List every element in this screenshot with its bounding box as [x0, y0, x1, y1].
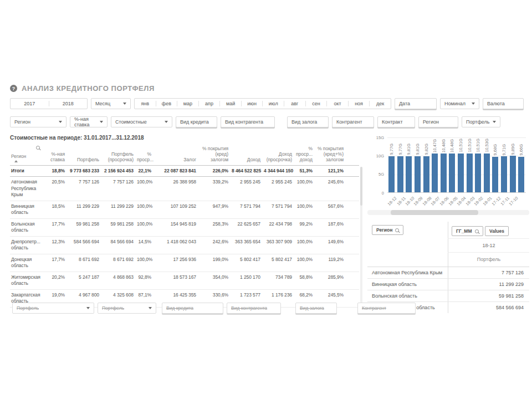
table-row[interactable]: Донецкая область 17,7% 8 671 692 8 671 6…	[10, 254, 359, 272]
pivot-row-dim-button[interactable]: Регион	[372, 225, 403, 235]
month-cell[interactable]: июн	[241, 101, 263, 106]
pivot-row[interactable]: Автономная Республика Крым 7 757 126	[367, 267, 529, 279]
region-cell[interactable]: Житомирская область	[10, 272, 43, 289]
bar-rect[interactable]	[467, 154, 473, 192]
bar[interactable]: 9,71G	[500, 137, 509, 192]
pivot-column-value[interactable]: 18-12	[448, 239, 529, 252]
column-header-overdue-pct[interactable]: % проср...	[136, 144, 154, 166]
bottom-filter[interactable]: Контрагент	[357, 303, 416, 314]
bar[interactable]: 10,51G	[474, 137, 483, 192]
pivot-row-region[interactable]: Винницкая область	[367, 282, 448, 287]
portfolio-dropdown[interactable]: Портфель	[462, 116, 500, 127]
month-cell[interactable]: июл	[262, 101, 284, 106]
table-row[interactable]: Днепропетр... область 12,3% 584 566 694 …	[10, 236, 359, 254]
year-cell[interactable]: 2018	[49, 101, 88, 106]
pivot-row[interactable]: Волынская область 59 981 258	[367, 290, 529, 302]
month-cell[interactable]: окт	[326, 101, 348, 106]
bar[interactable]: 10,47G	[431, 137, 439, 192]
bar-rect[interactable]	[492, 157, 498, 193]
column-header-coverage-pct[interactable]: % покрытия (кред) залогом	[198, 144, 231, 166]
month-cell[interactable]: дек	[369, 101, 391, 106]
month-cell[interactable]: фев	[156, 101, 177, 106]
table-row[interactable]: Волынская область 17,7% 59 981 258 59 98…	[10, 218, 359, 236]
cost-dropdown[interactable]: Стоимостные	[111, 116, 172, 127]
month-dropdown[interactable]: Месяц	[91, 98, 131, 109]
column-header-collateral[interactable]: Залог	[154, 144, 198, 166]
bar-rect[interactable]	[501, 156, 507, 192]
region-cell[interactable]: Волынская область	[10, 218, 43, 236]
collateral-type-filter[interactable]: Вид залога	[287, 116, 329, 127]
column-header-region[interactable]: Регион	[10, 144, 43, 166]
region-dropdown[interactable]: Регион	[10, 116, 66, 127]
region-filter[interactable]: Регион	[418, 116, 458, 127]
bottom-filter[interactable]: Вид кредита	[162, 303, 223, 314]
region-cell[interactable]: Винницкая область	[10, 201, 43, 218]
bar[interactable]: 10,53G	[483, 137, 492, 192]
bar[interactable]: 9,81G	[405, 137, 413, 192]
bar-rect[interactable]	[441, 154, 447, 192]
bar-rect[interactable]	[415, 156, 421, 192]
bar-rect[interactable]	[423, 156, 429, 193]
counterparty-filter[interactable]: Контрагент	[332, 116, 374, 127]
bar-rect[interactable]	[406, 156, 412, 192]
region-cell[interactable]: Донецкая область	[10, 254, 43, 272]
bar[interactable]: 9,81G	[413, 137, 422, 192]
month-cell[interactable]: мар	[177, 101, 198, 106]
month-cell[interactable]: апр	[198, 101, 220, 106]
bar[interactable]: 10,48G	[439, 137, 448, 192]
credit-type-filter[interactable]: Вид кредита	[176, 116, 217, 127]
month-cell[interactable]: янв	[135, 101, 156, 106]
bar[interactable]: 9,89G	[508, 137, 517, 192]
bar-rect[interactable]	[397, 156, 403, 192]
month-cell[interactable]: авг	[284, 101, 305, 106]
column-header-overdue-portfolio[interactable]: Портфель (просрочка)	[101, 144, 136, 166]
column-header-income[interactable]: Доход	[231, 144, 263, 166]
chart-horizontal-scrollbar[interactable]	[367, 210, 529, 215]
bottom-filter[interactable]: Портфель	[12, 303, 94, 314]
month-cell[interactable]: май	[219, 101, 241, 106]
bottom-filter[interactable]: Вид залога	[295, 303, 337, 314]
bar-rect[interactable]	[388, 156, 395, 192]
table-row[interactable]: Автономная Республика Крым 20,5% 7 757 1…	[10, 177, 359, 201]
region-cell[interactable]: Днепропетр... область	[10, 236, 43, 254]
column-header-overdue-income-pct[interactable]: % проср... доход	[294, 144, 315, 166]
pivot-col-dim-button[interactable]: ГГ_ММ	[452, 226, 483, 236]
bar-rect[interactable]	[475, 154, 481, 192]
bottom-filter[interactable]: Вид контрагента	[227, 303, 281, 314]
contract-filter[interactable]: Контракт	[377, 116, 415, 127]
bar-rect[interactable]	[518, 157, 524, 192]
table-row[interactable]: Житомирская область 20,2% 5 247 187 4 86…	[10, 272, 359, 289]
bar-rect[interactable]	[484, 154, 490, 192]
pivot-values-button[interactable]: Values	[485, 226, 509, 236]
pivot-row[interactable]: Винницкая область 11 299 229	[367, 279, 529, 290]
bar[interactable]: 9,68G	[491, 137, 500, 192]
column-header-coverage-plus-pct[interactable]: % покрытия (кред+%) залогом	[315, 144, 346, 166]
month-cell[interactable]: сен	[305, 101, 327, 106]
month-cell[interactable]: ноя	[348, 101, 370, 106]
pivot-row-region[interactable]: Автономная Республика Крым	[367, 270, 448, 275]
year-cell[interactable]: 2017	[11, 101, 49, 106]
bar[interactable]: 10,51G	[465, 137, 474, 192]
bar[interactable]: 9,77G	[396, 137, 405, 192]
date-filter-input[interactable]: Дата	[395, 98, 437, 109]
search-icon[interactable]	[36, 146, 40, 150]
rate-dropdown[interactable]: %-ная ставка	[70, 116, 108, 127]
scrollbar-thumb[interactable]	[391, 210, 478, 215]
scrollbar-thumb[interactable]	[360, 167, 362, 206]
pivot-row-region[interactable]: Волынская область	[367, 293, 448, 299]
bar-rect[interactable]	[449, 154, 455, 192]
bar-rect[interactable]	[510, 156, 516, 192]
column-header-portfolio[interactable]: Портфель	[67, 144, 101, 166]
bar[interactable]: 10,51G	[457, 137, 466, 192]
column-header-rate[interactable]: %-ная ставка	[43, 144, 67, 166]
region-cell[interactable]: Автономная Республика Крым	[10, 177, 43, 201]
nominal-dropdown[interactable]: Номинал	[440, 98, 479, 109]
bar[interactable]: 9,82G	[422, 137, 431, 192]
bar[interactable]: 9,66G	[517, 137, 526, 192]
bar[interactable]: 9,77G	[387, 137, 396, 192]
table-vertical-scrollbar[interactable]	[360, 167, 362, 310]
bar-rect[interactable]	[432, 154, 438, 192]
bottom-filter[interactable]: Портфель	[98, 303, 156, 314]
column-header-overdue-income[interactable]: Доход (просрочка)	[263, 144, 294, 166]
help-icon[interactable]: ?	[10, 85, 17, 92]
